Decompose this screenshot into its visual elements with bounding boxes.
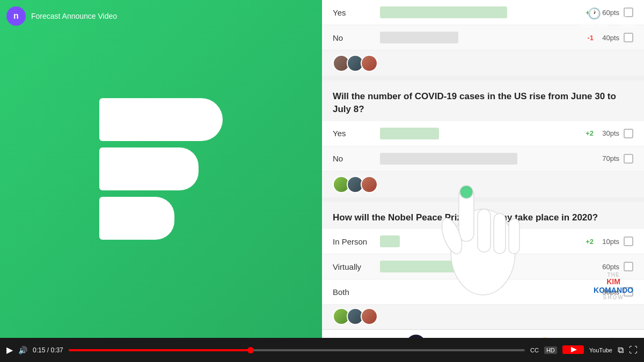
answer-bar [380, 153, 517, 165]
mobile-nav-bar: ⌂ 📊 ⊕ 🏆 🔔 [322, 329, 644, 338]
answer-label: Yes [333, 8, 376, 17]
answer-label: Yes [333, 129, 376, 138]
answer-checkbox[interactable] [624, 237, 633, 246]
branding-kim: KIM [594, 278, 633, 286]
channel-name: Forecast Announce Video [31, 12, 117, 20]
kim-komando-branding: THE KIM KOMANDO SHOW [594, 272, 633, 300]
total-time: 0:37 [50, 346, 63, 354]
forecast-logo [99, 98, 223, 240]
video-area: Yes +2 60pts No -1 40pt [0, 0, 644, 338]
answer-checkbox[interactable] [624, 154, 633, 164]
cc-button[interactable]: CC [530, 347, 539, 353]
answer-label: No [333, 33, 376, 42]
points-badge: +2 [580, 129, 594, 137]
answer-label: Virtually [333, 262, 376, 271]
question-1: Will the number of COVID-19 cases in the… [322, 80, 644, 197]
points-value: 10pts [598, 238, 619, 246]
bar-wrap [380, 286, 576, 298]
section-divider [322, 76, 644, 80]
avatar [361, 308, 378, 325]
points-value: 30pts [598, 129, 619, 137]
answer-label: No [333, 154, 376, 163]
volume-button[interactable]: 🔊 [18, 346, 27, 354]
answer-bar [380, 235, 400, 247]
bar-wrap [380, 261, 576, 272]
logo-mid-bar [99, 147, 199, 190]
youtube-label: YouTube [589, 347, 612, 353]
top-bar: 🕐 Watch later ↗ Share [537, 0, 644, 35]
branding-komando: KOMANDO [594, 286, 633, 294]
answer-bar-yes [380, 6, 507, 18]
watch-later-button[interactable]: 🕐 Watch later [579, 7, 609, 28]
answer-row: In Person +2 10pts [322, 229, 644, 254]
progress-dot [247, 347, 254, 353]
progress-bar[interactable] [69, 349, 525, 351]
green-panel [0, 0, 322, 338]
share-button[interactable]: ↗ Share [620, 7, 635, 28]
clock-icon: 🕐 [588, 7, 601, 20]
answer-label: Both [333, 287, 376, 297]
points-value: 60pts [598, 263, 619, 271]
answer-bar-no [380, 32, 458, 43]
miniplayer-button[interactable]: ⧉ [618, 345, 624, 355]
voter-avatars [322, 305, 644, 329]
bar-wrap [380, 153, 576, 165]
share-icon: ↗ [623, 7, 632, 20]
channel-info: n Forecast Announce Video [6, 6, 117, 26]
time-display: 0:15 / 0:37 [33, 346, 63, 354]
logo-bot-bar [99, 197, 174, 240]
watch-later-label: Watch later [579, 22, 609, 28]
answer-row: Yes +2 30pts [322, 121, 644, 146]
player-controls: ▶ 🔊 0:15 / 0:37 CC HD YouTube ⧉ ⛶ [0, 338, 644, 362]
question-2: How will the Nobel Peace Prize ceremony … [322, 202, 644, 330]
play-button[interactable]: ▶ [6, 345, 13, 355]
answer-row: No 70pts [322, 146, 644, 172]
answer-checkbox[interactable] [624, 129, 633, 138]
youtube-button[interactable] [562, 345, 584, 355]
video-player: Yes +2 60pts No -1 40pt [0, 0, 644, 362]
avatar [361, 55, 378, 72]
progress-fill [69, 349, 251, 351]
points-badge: +2 [580, 238, 594, 246]
voter-avatars [322, 172, 644, 197]
avatar [361, 176, 378, 193]
share-label: Share [620, 22, 635, 28]
voter-avatars [322, 50, 644, 76]
section-divider [322, 197, 644, 202]
question-title: How will the Nobel Peace Prize ceremony … [322, 202, 644, 230]
branding-show: SHOW [594, 294, 633, 300]
answer-bar [380, 128, 439, 139]
question-title: Will the number of COVID-19 cases in the… [322, 80, 644, 121]
points-value: 70pts [598, 154, 619, 162]
current-time: 0:15 [33, 346, 45, 354]
answer-label: In Person [333, 237, 376, 246]
answer-bar [380, 261, 497, 272]
fullscreen-button[interactable]: ⛶ [629, 345, 638, 355]
quality-button[interactable]: HD [544, 346, 557, 354]
bar-wrap [380, 235, 576, 247]
answer-checkbox[interactable] [624, 262, 633, 271]
channel-avatar: n [6, 6, 26, 26]
bar-wrap [380, 128, 576, 139]
logo-top-bar [99, 98, 223, 141]
